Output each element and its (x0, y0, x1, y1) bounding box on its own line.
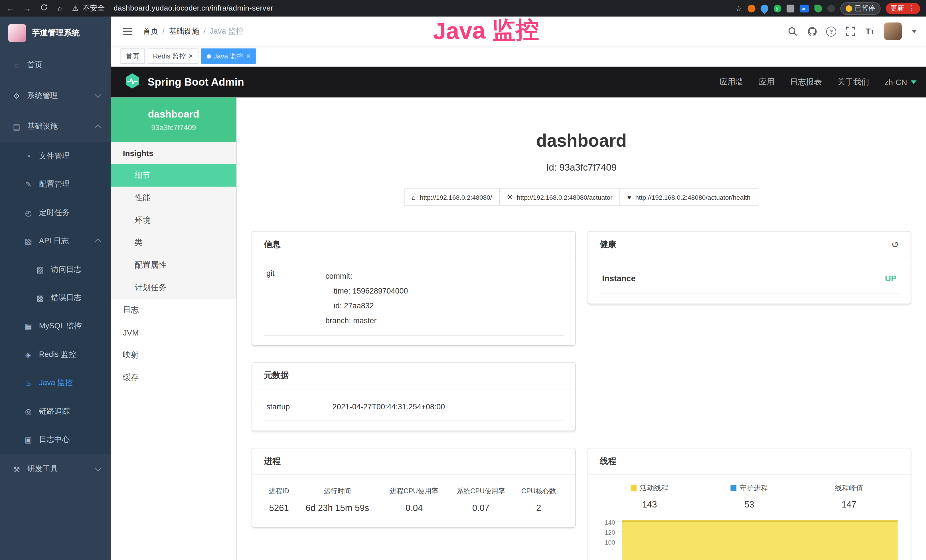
sidebar-item-log-center[interactable]: ▣ 日志中心 (0, 425, 111, 454)
sba-brand-title[interactable]: Spring Boot Admin (148, 76, 244, 88)
extension-on-badge[interactable]: on (799, 5, 809, 12)
breadcrumb-home[interactable]: 首页 (143, 26, 168, 36)
sidebar-item-api-log[interactable]: ▧ API 日志 (0, 227, 111, 255)
sba-item-caches[interactable]: 缓存 (111, 366, 236, 389)
back-icon[interactable]: ← (6, 3, 15, 13)
tag-home[interactable]: 首页 (120, 48, 145, 64)
address-bar[interactable]: ⚠ 不安全 dashboard.yudao.iocoder.cn/infra/a… (72, 3, 273, 13)
actuator-url-button[interactable]: ⚒ http://192.168.0.2:48080/actuator (499, 189, 620, 206)
bookmark-star-icon[interactable]: ☆ (735, 4, 742, 12)
metadata-card-body: startup 2021-04-27T00:44:31.254+08:00 (252, 389, 575, 431)
process-col-header: 运行时间 (294, 482, 381, 500)
close-icon[interactable]: × (247, 53, 251, 60)
extension-leaf-icon[interactable] (814, 5, 822, 12)
sba-locale-select[interactable]: zh-CN (885, 77, 917, 86)
url-text[interactable]: dashboard.yudao.iocoder.cn/infra/admin-s… (113, 4, 273, 12)
chevron-down-icon (911, 80, 917, 84)
sba-item-logs[interactable]: 日志 (111, 299, 236, 321)
sba-item-jvm[interactable]: JVM (111, 321, 236, 344)
app-logo[interactable]: 芋道管理系统 (0, 17, 111, 50)
sba-item-mappings[interactable]: 映射 (111, 344, 236, 366)
sidebar-item-config-manage[interactable]: ✎ 配置管理 (0, 170, 111, 198)
menu-label: 配置管理 (39, 179, 70, 189)
y-tick-140: 140 (600, 519, 615, 526)
menu-label: 链路追踪 (39, 406, 70, 416)
chevron-up-icon (95, 124, 101, 131)
profile-paused-chip[interactable]: 已暂停 (840, 2, 881, 14)
sidebar-item-devtools[interactable]: ⚒ 研发工具 (0, 454, 111, 484)
link-label: http://192.168.0.2:48080/actuator (517, 194, 613, 201)
link-label: http://192.168.0.2:48080/ (420, 194, 492, 201)
breadcrumb-infrastructure[interactable]: 基础设施 (168, 26, 210, 36)
sidebar-item-java-monitor[interactable]: ♨ Java 监控 (0, 369, 111, 397)
sidebar-item-error-log[interactable]: ▩ 错误日志 (0, 283, 111, 312)
sidebar-item-access-log[interactable]: ▨ 访问日志 (0, 255, 111, 283)
process-table: 进程ID 运行时间 进程CPU使用率 系统CPU使用率 CPU核心数 (264, 482, 563, 518)
info-card-body: git commit: time: 1596289704000 id: 27aa… (252, 258, 575, 345)
health-url-button[interactable]: ♥ http://192.168.0.2:48080/actuator/heal… (620, 189, 758, 206)
sba-nav-about[interactable]: 关于我们 (837, 77, 869, 87)
tag-java-monitor[interactable]: Java 监控 × (201, 48, 256, 64)
navbar-actions: ? TT (787, 23, 917, 40)
service-url-button[interactable]: ⌂ http://192.168.0.2:48080/ (404, 189, 500, 206)
close-icon[interactable]: × (189, 53, 193, 60)
security-label[interactable]: 不安全 (82, 3, 104, 13)
infrastructure-icon: ▤ (12, 122, 21, 131)
extension-drop-icon[interactable] (759, 3, 770, 14)
extension-dark-icon[interactable] (827, 5, 835, 12)
help-icon[interactable]: ? (826, 26, 836, 36)
instance-header[interactable]: dashboard 93a3fc7f7409 (111, 98, 236, 142)
menu-label: 研发工具 (27, 464, 58, 474)
font-size-icon[interactable]: TT (865, 26, 875, 36)
user-avatar[interactable] (884, 23, 902, 40)
health-card-title: 健康 (600, 239, 616, 250)
sidebar-item-cron[interactable]: ◴ 定时任务 (0, 198, 111, 227)
hamburger-icon[interactable] (120, 26, 135, 37)
sidebar-item-home[interactable]: ⌂ 首页 (0, 50, 111, 80)
sba-item-metrics[interactable]: 性能 (111, 186, 236, 209)
sba-logo-icon[interactable] (124, 73, 141, 92)
sidebar-item-system[interactable]: ⚙ 系统管理 (0, 80, 111, 111)
tag-redis-monitor[interactable]: Redis 监控 × (148, 48, 198, 64)
sba-nav-applications[interactable]: 应用 (759, 77, 775, 87)
home-button-icon[interactable]: ⌂ (56, 3, 65, 13)
health-instance-row: Instance UP (600, 263, 899, 294)
sba-item-details[interactable]: 细节 (111, 164, 236, 187)
health-instance-label: Instance (602, 274, 635, 283)
sidebar-item-file-manage[interactable]: ◔ 文件管理 (0, 142, 111, 170)
menu-label: 系统管理 (27, 91, 58, 101)
sidebar-item-redis-monitor[interactable]: ◈ Redis 监控 (0, 341, 111, 369)
sba-item-classes[interactable]: 类 (111, 232, 236, 254)
extension-fox-icon[interactable] (747, 5, 755, 12)
sba-item-configprops[interactable]: 配置属性 (111, 254, 236, 277)
forward-icon[interactable]: → (23, 3, 32, 13)
tick-mark (617, 532, 620, 532)
chevron-down-icon (95, 465, 101, 471)
status-badge: UP (885, 274, 896, 283)
legend-live-threads: 活动线程 143 (600, 483, 699, 509)
fullscreen-icon[interactable] (845, 26, 856, 36)
sba-item-environment[interactable]: 环境 (111, 209, 236, 232)
refresh-icon[interactable] (39, 3, 48, 13)
sba-nav-journal[interactable]: 日志报表 (790, 77, 822, 87)
github-icon[interactable] (807, 26, 817, 36)
sba-nav-wallboard[interactable]: 应用墙 (720, 77, 743, 87)
search-icon[interactable] (787, 26, 798, 36)
sidebar-item-trace[interactable]: ◎ 链路追踪 (0, 397, 111, 425)
sba-nav: 应用墙 应用 日志报表 关于我们 zh-CN (720, 77, 917, 87)
menu-label: 首页 (27, 60, 42, 70)
sidebar-item-mysql-monitor[interactable]: ▦ MySQL 监控 (0, 312, 111, 340)
extension-green-icon[interactable]: y (773, 5, 781, 12)
history-icon[interactable]: ↺ (891, 239, 899, 250)
avatar-caret-icon[interactable] (912, 30, 917, 33)
chrome-update-button[interactable]: 更新 ⋮ (886, 3, 920, 14)
extensions-puzzle-icon[interactable] (786, 5, 794, 12)
daemon-threads-swatch (731, 485, 737, 491)
sba-item-scheduledtasks[interactable]: 计划任务 (111, 277, 236, 299)
home-icon: ⌂ (412, 194, 416, 201)
warning-icon: ⚠ (72, 4, 79, 12)
sidebar-item-infrastructure[interactable]: ▤ 基础设施 (0, 111, 111, 142)
browser-menu-icon[interactable]: ⋮ (908, 4, 915, 12)
access-log-icon: ▨ (35, 265, 45, 274)
error-log-icon: ▩ (35, 293, 45, 302)
